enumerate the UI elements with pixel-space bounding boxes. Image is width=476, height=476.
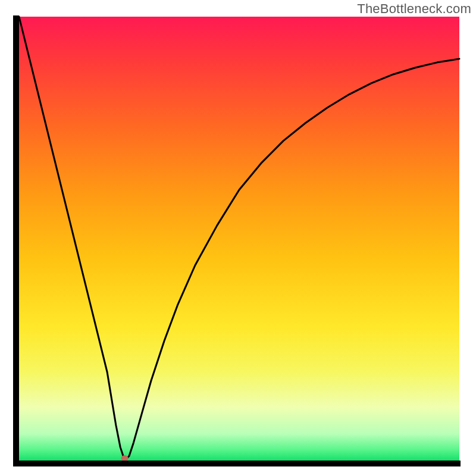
watermark-text: TheBottleneck.com — [357, 1, 471, 17]
chart-svg — [0, 0, 476, 476]
plot-background — [19, 17, 459, 461]
chart-container: TheBottleneck.com — [0, 0, 476, 476]
min-marker — [121, 455, 129, 461]
